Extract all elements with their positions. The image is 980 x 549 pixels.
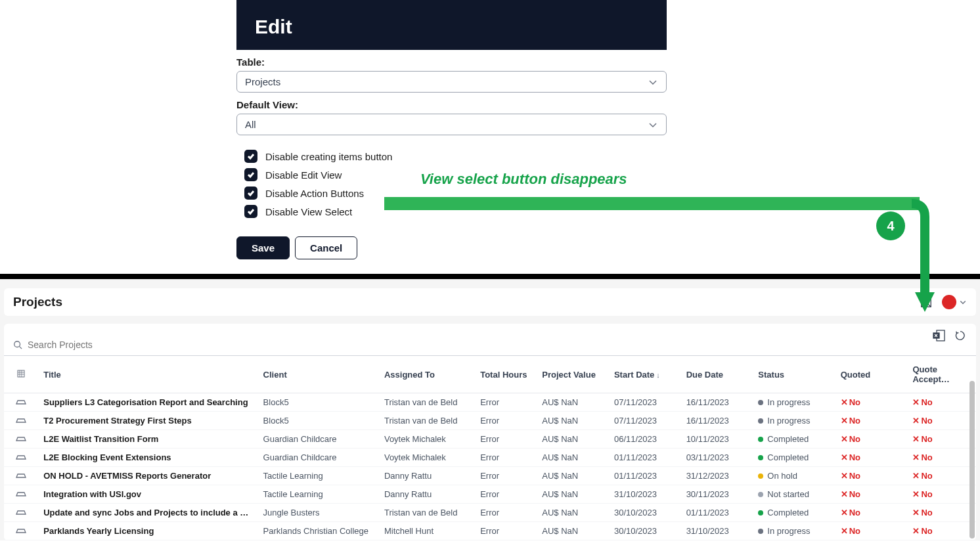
cell-start: 07/11/2023 [609, 393, 681, 412]
table-row[interactable]: ON HOLD - AVETMISS Reports Generator Tac… [4, 467, 976, 485]
checkbox[interactable] [244, 168, 257, 181]
cell-client: Guardian Childcare [258, 430, 379, 449]
cell-value: AU$ NaN [537, 522, 609, 540]
checkbox-group: Disable creating items button Disable Ed… [236, 142, 667, 236]
cell-quoted: ✕No [835, 430, 908, 449]
cell-assigned: Mitchell Hunt [379, 522, 475, 540]
status-dot-icon [758, 473, 763, 479]
cell-status: Completed [753, 504, 835, 522]
col-value[interactable]: Project Value [537, 356, 609, 393]
page-title: Projects [13, 295, 62, 309]
view-select[interactable]: All [236, 114, 667, 135]
row-type-icon [4, 393, 38, 412]
search-row [4, 336, 976, 356]
cell-title: T2 Procurement Strategy First Steps [38, 412, 257, 430]
table-row[interactable]: L2E Blocking Event Extensions Guardian C… [4, 449, 976, 467]
save-button[interactable]: Save [236, 236, 290, 259]
table-row[interactable]: T2 Procurement Strategy First Steps Bloc… [4, 412, 976, 430]
checkbox-row: Disable creating items button [244, 150, 667, 163]
x-icon: ✕ [912, 416, 920, 426]
cell-assigned: Danny Rattu [379, 467, 475, 485]
search-icon [13, 340, 22, 349]
chevron-down-icon [959, 298, 967, 306]
cell-title: L2E Waitlist Transition Form [38, 430, 257, 449]
cancel-button[interactable]: Cancel [295, 236, 357, 259]
cell-client: Block5 [258, 412, 379, 430]
cell-title: Integration with USI.gov [38, 485, 257, 504]
cell-value: AU$ NaN [537, 485, 609, 504]
table-select[interactable]: Projects [236, 71, 667, 93]
status-dot-icon [758, 400, 763, 405]
checkbox[interactable] [244, 205, 257, 218]
x-icon: ✕ [841, 471, 848, 481]
col-accept[interactable]: Quote Accept… [907, 356, 976, 393]
cell-status: Completed [753, 430, 835, 449]
app-section: Projects [0, 279, 980, 540]
x-icon: ✕ [841, 489, 848, 499]
cell-start: 01/11/2023 [609, 449, 681, 467]
annotation-arrow [912, 197, 938, 315]
scrollbar[interactable] [969, 381, 975, 538]
cell-accept: ✕No [907, 467, 976, 485]
x-icon: ✕ [841, 526, 848, 536]
cell-title: Parklands Yearly Licensing [38, 522, 257, 540]
export-excel-icon[interactable] [933, 329, 946, 342]
col-quoted[interactable]: Quoted [835, 356, 908, 393]
sort-desc-icon: ↓ [656, 371, 660, 379]
cell-hours: Error [475, 393, 537, 412]
x-icon: ✕ [912, 397, 920, 407]
x-icon: ✕ [912, 489, 920, 499]
cell-start: 31/10/2023 [609, 485, 681, 504]
edit-panel: Edit Table: Projects Default View: All D… [236, 0, 667, 270]
cell-start: 01/11/2023 [609, 467, 681, 485]
edit-title: Edit [255, 16, 648, 38]
table-row[interactable]: L2E Waitlist Transition Form Guardian Ch… [4, 430, 976, 449]
col-due[interactable]: Due Date [681, 356, 753, 393]
table-card: Title Client Assigned To Total Hours Pro… [4, 324, 976, 540]
cell-due: 16/11/2023 [681, 393, 753, 412]
cell-client: Parklands Christian College [258, 522, 379, 540]
view-label: Default View: [236, 99, 667, 110]
cell-status: Completed [753, 449, 835, 467]
col-assigned[interactable]: Assigned To [379, 356, 475, 393]
divider-bar [0, 274, 980, 279]
avatar-dropdown[interactable] [942, 295, 967, 309]
table-row[interactable]: Suppliers L3 Categorisation Report and S… [4, 393, 976, 412]
col-start[interactable]: Start Date↓ [609, 356, 681, 393]
cell-start: 30/10/2023 [609, 504, 681, 522]
cell-due: 31/10/2023 [681, 522, 753, 540]
cell-hours: Error [475, 485, 537, 504]
col-client[interactable]: Client [258, 356, 379, 393]
cell-title: Update and sync Jobs and Projects to inc… [38, 504, 257, 522]
cell-accept: ✕No [907, 504, 976, 522]
cell-value: AU$ NaN [537, 449, 609, 467]
cell-accept: ✕No [907, 412, 976, 430]
cell-value: AU$ NaN [537, 412, 609, 430]
refresh-icon[interactable] [954, 329, 967, 342]
cell-assigned: Tristan van de Beld [379, 412, 475, 430]
row-type-icon [4, 430, 38, 449]
table-row[interactable]: Integration with USI.gov Tactile Learnin… [4, 485, 976, 504]
annotation-text: View select button disappears [420, 171, 627, 188]
table-row[interactable]: Parklands Yearly Licensing Parklands Chr… [4, 522, 976, 540]
cell-start: 30/10/2023 [609, 522, 681, 540]
col-status[interactable]: Status [753, 356, 835, 393]
cell-value: AU$ NaN [537, 430, 609, 449]
view-select-value: All [245, 119, 256, 130]
checkbox[interactable] [244, 187, 257, 200]
cell-status: On hold [753, 467, 835, 485]
search-input[interactable] [28, 340, 967, 350]
col-hours[interactable]: Total Hours [475, 356, 537, 393]
cell-client: Jungle Busters [258, 504, 379, 522]
cell-hours: Error [475, 412, 537, 430]
table-row[interactable]: Update and sync Jobs and Projects to inc… [4, 504, 976, 522]
cell-due: 16/11/2023 [681, 412, 753, 430]
col-title[interactable]: Title [38, 356, 257, 393]
avatar-icon [942, 295, 956, 309]
cell-title: ON HOLD - AVETMISS Reports Generator [38, 467, 257, 485]
cell-quoted: ✕No [835, 412, 908, 430]
checkbox[interactable] [244, 150, 257, 163]
form-section: Table: Projects Default View: All Disabl… [236, 50, 667, 270]
table-label: Table: [236, 56, 667, 68]
col-select[interactable] [4, 356, 38, 393]
